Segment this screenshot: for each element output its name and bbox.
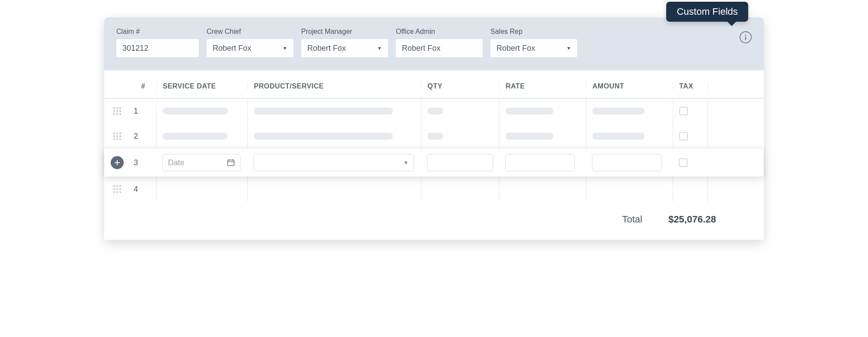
tax-checkbox[interactable] bbox=[679, 107, 688, 115]
custom-fields-bar: Custom Fields Claim # 301212 Crew Chief … bbox=[104, 17, 764, 70]
field-crew-chief: Crew Chief Robert Fox ▼ bbox=[207, 28, 293, 57]
table-row-active[interactable]: 3 Date ▼ bbox=[104, 149, 764, 177]
rate-input[interactable] bbox=[505, 154, 575, 171]
field-label: Crew Chief bbox=[207, 28, 293, 36]
crew-chief-select[interactable]: Robert Fox ▼ bbox=[207, 39, 293, 57]
service-date-cell[interactable] bbox=[163, 133, 228, 140]
chevron-down-icon: ▼ bbox=[283, 46, 287, 51]
project-manager-select[interactable]: Robert Fox ▼ bbox=[301, 39, 388, 57]
chevron-down-icon: ▼ bbox=[404, 160, 408, 165]
table-footer: Total $25,076.28 bbox=[104, 202, 764, 240]
table-row[interactable]: 4 bbox=[104, 177, 764, 202]
rate-cell[interactable] bbox=[506, 108, 553, 115]
claim-number-value: 301212 bbox=[122, 44, 148, 53]
office-admin-value: Robert Fox bbox=[402, 44, 441, 53]
tax-checkbox[interactable] bbox=[679, 132, 688, 141]
total-amount: $25,076.28 bbox=[668, 214, 716, 225]
sales-rep-value: Robert Fox bbox=[496, 44, 535, 53]
tax-checkbox[interactable] bbox=[679, 158, 687, 167]
amount-input[interactable] bbox=[592, 154, 661, 171]
total-label: Total bbox=[622, 214, 642, 225]
row-number: 3 bbox=[130, 158, 156, 167]
table-row[interactable]: 1 bbox=[104, 98, 764, 124]
col-product: PRODUCT/SERVICE bbox=[247, 82, 421, 90]
field-sales-rep: Sales Rep Robert Fox ▼ bbox=[490, 28, 577, 57]
sales-rep-select[interactable]: Robert Fox ▼ bbox=[490, 39, 577, 57]
svg-point-0 bbox=[745, 34, 746, 36]
qty-input[interactable] bbox=[427, 154, 493, 171]
product-cell[interactable] bbox=[254, 108, 393, 115]
line-items-table: # SERVICE DATE PRODUCT/SERVICE QTY RATE … bbox=[104, 70, 764, 240]
field-label: Office Admin bbox=[396, 28, 483, 36]
field-label: Claim # bbox=[116, 28, 199, 36]
col-amount: AMOUNT bbox=[586, 82, 673, 90]
office-admin-input[interactable]: Robert Fox bbox=[396, 39, 483, 57]
claim-number-input[interactable]: 301212 bbox=[116, 39, 199, 57]
col-qty: QTY bbox=[421, 82, 499, 90]
col-tax: TAX bbox=[673, 82, 707, 90]
drag-handle-icon[interactable] bbox=[113, 107, 121, 115]
row-number: 4 bbox=[130, 185, 156, 194]
field-project-manager: Project Manager Robert Fox ▼ bbox=[301, 28, 388, 57]
amount-cell[interactable] bbox=[592, 133, 644, 140]
svg-rect-4 bbox=[228, 160, 234, 166]
row-number: 1 bbox=[130, 107, 156, 116]
custom-fields-tooltip: Custom Fields bbox=[666, 2, 748, 22]
field-label: Sales Rep bbox=[490, 28, 577, 36]
field-office-admin: Office Admin Robert Fox bbox=[396, 28, 483, 57]
add-row-button[interactable] bbox=[111, 156, 124, 169]
chevron-down-icon: ▼ bbox=[377, 46, 382, 51]
service-date-input[interactable]: Date bbox=[162, 154, 240, 171]
qty-cell[interactable] bbox=[427, 108, 443, 115]
date-placeholder: Date bbox=[168, 158, 184, 167]
service-date-cell[interactable] bbox=[163, 108, 228, 115]
table-header-row: # SERVICE DATE PRODUCT/SERVICE QTY RATE … bbox=[104, 70, 764, 98]
rate-cell[interactable] bbox=[506, 133, 553, 140]
drag-handle-icon[interactable] bbox=[113, 132, 121, 140]
chevron-down-icon: ▼ bbox=[566, 46, 571, 51]
svg-rect-1 bbox=[745, 36, 746, 40]
col-service-date: SERVICE DATE bbox=[156, 82, 247, 90]
amount-cell[interactable] bbox=[592, 108, 644, 115]
col-number: # bbox=[130, 82, 156, 90]
drag-handle-icon[interactable] bbox=[113, 185, 121, 193]
crew-chief-value: Robert Fox bbox=[213, 44, 251, 53]
tooltip-label: Custom Fields bbox=[677, 6, 738, 17]
field-label: Project Manager bbox=[301, 28, 388, 36]
table-row[interactable]: 2 bbox=[104, 124, 764, 149]
col-rate: RATE bbox=[499, 82, 586, 90]
info-icon[interactable] bbox=[740, 31, 752, 43]
row-number: 2 bbox=[130, 132, 156, 141]
product-cell[interactable] bbox=[254, 133, 393, 140]
calendar-icon bbox=[227, 159, 235, 167]
project-manager-value: Robert Fox bbox=[307, 44, 346, 53]
svg-rect-3 bbox=[115, 162, 120, 163]
qty-cell[interactable] bbox=[427, 133, 443, 140]
invoice-card: Custom Fields Claim # 301212 Crew Chief … bbox=[104, 17, 764, 240]
field-claim: Claim # 301212 bbox=[116, 28, 199, 57]
product-select[interactable]: ▼ bbox=[253, 154, 414, 171]
